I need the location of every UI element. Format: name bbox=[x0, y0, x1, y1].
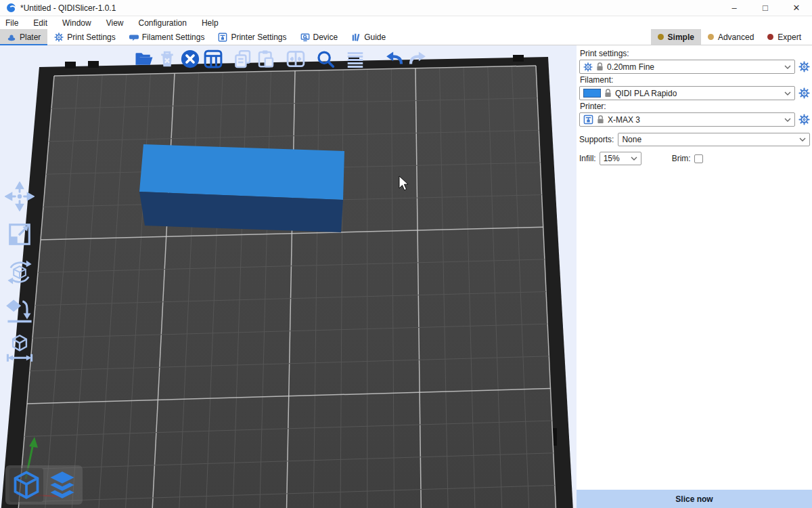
gear-icon bbox=[583, 62, 593, 72]
tab-bar: Plater Print Settings Filament Settings … bbox=[0, 29, 812, 45]
lock-icon bbox=[596, 62, 604, 71]
undo-button[interactable] bbox=[383, 47, 406, 70]
edit-filament-button[interactable] bbox=[798, 87, 810, 99]
guide-icon bbox=[351, 33, 361, 42]
print-settings-value: 0.20mm Fine bbox=[607, 62, 654, 72]
model-box[interactable] bbox=[139, 144, 344, 232]
filament-value: QIDI PLA Rapido bbox=[615, 89, 677, 98]
copy-button bbox=[231, 47, 254, 70]
lock-icon bbox=[604, 89, 612, 98]
menu-file[interactable]: File bbox=[5, 18, 18, 28]
settings-panel: Print settings: 0.20mm Fine Filament: bbox=[577, 45, 812, 508]
open-file-button[interactable] bbox=[133, 47, 156, 70]
mode-expert[interactable]: Expert bbox=[761, 29, 808, 45]
place-on-face-gizmo-button[interactable] bbox=[3, 295, 37, 326]
menu-configuration[interactable]: Configuration bbox=[139, 18, 187, 28]
chevron-down-icon bbox=[784, 91, 791, 96]
slice-now-button[interactable]: Slice now bbox=[577, 490, 812, 508]
plater-icon bbox=[7, 33, 16, 42]
tab-printer-settings[interactable]: Printer Settings bbox=[211, 29, 293, 45]
gizmo-toolbar bbox=[3, 181, 37, 364]
printer-select[interactable]: X-MAX 3 bbox=[579, 112, 795, 127]
printer-label: Printer: bbox=[580, 102, 810, 111]
chevron-down-icon bbox=[631, 156, 637, 161]
paste-button bbox=[254, 47, 277, 70]
chevron-down-icon bbox=[784, 117, 791, 123]
mode-simple[interactable]: Simple bbox=[651, 29, 701, 45]
tab-filament-settings[interactable]: Filament Settings bbox=[122, 29, 212, 45]
advanced-dot-icon bbox=[708, 34, 714, 40]
variable-layer-height-button bbox=[344, 47, 367, 70]
move-gizmo-button[interactable] bbox=[3, 181, 37, 212]
mode-switcher: Simple Advanced Expert bbox=[651, 29, 812, 45]
window-title: *Untitled - QIDISlicer-1.0.1 bbox=[20, 3, 116, 13]
expert-dot-icon bbox=[767, 34, 773, 40]
edit-printer-button[interactable] bbox=[798, 114, 810, 125]
print-settings-label: Print settings: bbox=[580, 49, 810, 58]
split-objects-button bbox=[284, 47, 307, 70]
scale-gizmo-button[interactable] bbox=[3, 219, 37, 250]
chevron-down-icon bbox=[799, 137, 806, 142]
device-monitor-icon bbox=[300, 33, 310, 42]
printer-icon bbox=[583, 114, 593, 125]
supports-value: None bbox=[622, 135, 641, 144]
infill-label: Infill: bbox=[579, 154, 596, 163]
view-mode-toggle bbox=[5, 465, 83, 505]
edit-print-settings-button[interactable] bbox=[798, 61, 810, 72]
delete-all-button[interactable] bbox=[179, 47, 202, 70]
tab-device[interactable]: Device bbox=[294, 29, 345, 45]
filament-label: Filament: bbox=[580, 75, 810, 85]
3d-viewport[interactable] bbox=[0, 45, 577, 508]
search-button[interactable] bbox=[314, 47, 337, 70]
gear-icon bbox=[54, 33, 64, 42]
3d-editor-view-button[interactable] bbox=[9, 468, 43, 502]
supports-select[interactable]: None bbox=[618, 133, 810, 146]
print-settings-select[interactable]: 0.20mm Fine bbox=[579, 60, 795, 74]
close-button[interactable]: ✕ bbox=[781, 0, 812, 16]
rotate-gizmo-button[interactable] bbox=[3, 257, 37, 288]
printer-value: X-MAX 3 bbox=[608, 115, 640, 125]
menu-edit[interactable]: Edit bbox=[33, 18, 47, 28]
filament-select[interactable]: QIDI PLA Rapido bbox=[579, 86, 795, 100]
brim-label: Brim: bbox=[672, 154, 691, 163]
redo-button bbox=[406, 47, 429, 70]
simple-dot-icon bbox=[658, 34, 664, 40]
tab-guide[interactable]: Guide bbox=[344, 29, 392, 45]
menu-view[interactable]: View bbox=[106, 18, 124, 28]
chevron-down-icon bbox=[784, 64, 791, 70]
printer-icon bbox=[218, 33, 227, 42]
filament-icon bbox=[129, 33, 139, 42]
menu-help[interactable]: Help bbox=[202, 18, 219, 28]
menu-window[interactable]: Window bbox=[62, 18, 91, 28]
mode-advanced[interactable]: Advanced bbox=[701, 29, 761, 45]
infill-value: 15% bbox=[604, 154, 620, 163]
arrange-button[interactable] bbox=[202, 47, 225, 70]
tab-plater[interactable]: Plater bbox=[0, 29, 47, 45]
print-bed-scene bbox=[0, 45, 577, 508]
filament-color-swatch bbox=[583, 89, 601, 98]
app-logo-icon bbox=[7, 3, 16, 12]
preview-layers-view-button[interactable] bbox=[45, 468, 79, 502]
supports-label: Supports: bbox=[579, 135, 614, 144]
brim-checkbox[interactable] bbox=[694, 154, 703, 163]
plater-toolbar bbox=[133, 47, 429, 70]
delete-button bbox=[156, 47, 179, 70]
maximize-button[interactable]: □ bbox=[750, 0, 781, 16]
measure-gizmo-button[interactable] bbox=[3, 333, 37, 364]
lock-icon bbox=[597, 115, 604, 124]
minimize-button[interactable]: – bbox=[719, 0, 750, 16]
menu-bar: File Edit Window View Configuration Help bbox=[0, 16, 812, 29]
title-bar: *Untitled - QIDISlicer-1.0.1 – □ ✕ bbox=[0, 0, 812, 16]
infill-select[interactable]: 15% bbox=[600, 152, 641, 165]
tab-print-settings[interactable]: Print Settings bbox=[47, 29, 122, 45]
